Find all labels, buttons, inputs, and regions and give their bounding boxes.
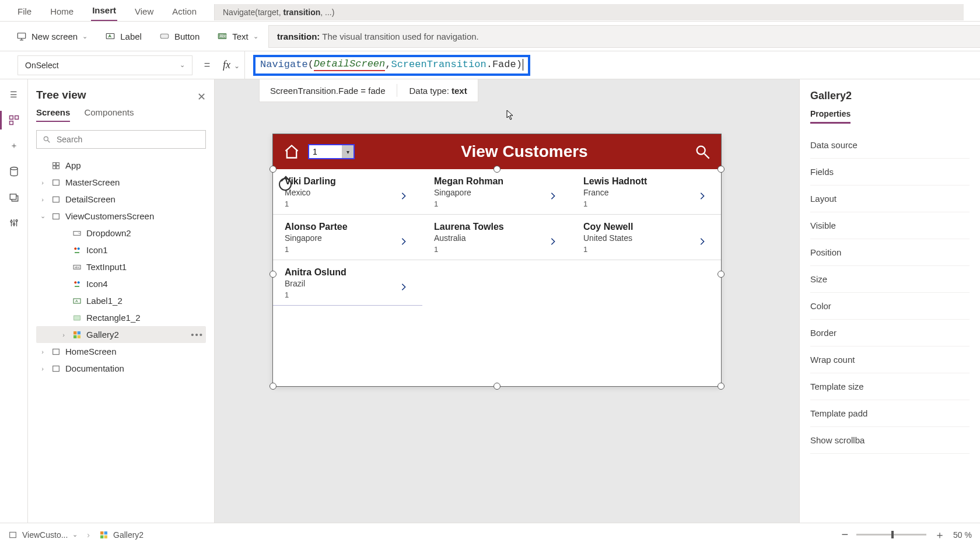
chevron-right-icon[interactable] <box>399 189 408 205</box>
chevron-right-icon[interactable] <box>698 235 707 250</box>
node-label: Dropdown2 <box>86 228 131 238</box>
gallery-item[interactable]: Coy Newell United States 1 <box>572 215 721 260</box>
search-input[interactable] <box>55 134 200 145</box>
resize-handle[interactable] <box>270 383 276 390</box>
control-icon <box>72 313 82 323</box>
canvas[interactable]: ScreenTransition.Fade = fade Data type: … <box>215 79 799 523</box>
prop-layout[interactable]: Layout <box>810 186 970 212</box>
fx-icon[interactable]: fx <box>218 59 244 71</box>
gallery-item[interactable]: Alonso Partee Singapore 1 <box>273 215 422 260</box>
prop-size[interactable]: Size <box>810 266 970 293</box>
menu-file[interactable]: File <box>16 4 33 21</box>
rail-tree-icon[interactable] <box>7 113 21 127</box>
gallery-item[interactable]: Viki Darling Mexico 1 <box>273 169 422 215</box>
node-label: Icon4 <box>86 279 108 289</box>
more-icon[interactable]: ••• <box>191 330 204 340</box>
prop-position[interactable]: Position <box>810 239 970 266</box>
prop-show-scrollba[interactable]: Show scrollba <box>810 427 970 454</box>
gallery-item[interactable]: Laurena Towles Australia 1 <box>422 215 572 260</box>
node-documentation[interactable]: › Documentation <box>36 360 206 377</box>
node-app[interactable]: App <box>36 157 206 174</box>
chevron-down-icon: ⌄ <box>253 33 258 40</box>
rail-data-icon[interactable] <box>7 164 21 178</box>
tree-search[interactable] <box>36 130 206 149</box>
prop-border[interactable]: Border <box>810 320 970 346</box>
node-detailscreen[interactable]: › DetailScreen <box>36 191 206 208</box>
breadcrumb-control[interactable]: Gallery2 <box>99 530 144 540</box>
device-frame[interactable]: ▾ View Customers Viki Darling Mexico 1 M… <box>273 134 721 386</box>
prop-template-size[interactable]: Template size <box>810 373 970 400</box>
node-masterscreen[interactable]: › MasterScreen <box>36 174 206 191</box>
node-homescreen[interactable]: › HomeScreen <box>36 343 206 360</box>
svg-rect-21 <box>57 162 60 165</box>
prop-color[interactable]: Color <box>810 293 970 320</box>
gallery[interactable]: Viki Darling Mexico 1 Megan Rohman Singa… <box>273 169 721 306</box>
node-dropdown2[interactable]: Dropdown2 <box>36 225 206 242</box>
breadcrumb-screen[interactable]: ViewCusto... ⌄ <box>8 530 78 540</box>
prop-data-source[interactable]: Data source <box>810 132 970 159</box>
prop-template-padd[interactable]: Template padd <box>810 400 970 427</box>
resize-handle[interactable] <box>494 383 501 390</box>
button-button[interactable]: Button <box>159 31 200 41</box>
chevron-right-icon[interactable] <box>548 235 558 250</box>
search-icon <box>43 135 51 144</box>
new-screen-button[interactable]: New screen ⌄ <box>16 31 88 41</box>
chevron-down-icon[interactable]: ▾ <box>342 145 354 158</box>
rail-insert-icon[interactable]: ＋ <box>7 139 21 153</box>
home-icon[interactable] <box>284 144 300 160</box>
svg-rect-48 <box>104 535 107 538</box>
gallery-item[interactable]: Megan Rohman Singapore 1 <box>422 169 572 215</box>
search-icon[interactable] <box>694 144 710 160</box>
tab-components[interactable]: Components <box>84 107 134 122</box>
chevron-right-icon[interactable] <box>698 189 707 205</box>
resize-handle[interactable] <box>718 166 724 173</box>
menu-view[interactable]: View <box>134 4 155 21</box>
chevron-right-icon[interactable] <box>399 235 408 250</box>
close-tree-button[interactable]: ✕ <box>197 90 206 103</box>
prop-fields[interactable]: Fields <box>810 159 970 186</box>
zoom-thumb[interactable] <box>891 531 894 538</box>
node-icon4[interactable]: Icon4 <box>36 275 206 292</box>
gallery-item[interactable]: Lewis Hadnott France 1 <box>572 169 721 215</box>
zoom-slider[interactable] <box>856 534 926 536</box>
property-selector[interactable]: OnSelect ⌄ <box>18 55 192 75</box>
node-icon1[interactable]: Icon1 <box>36 242 206 258</box>
node-rectangle1_2[interactable]: Rectangle1_2 <box>36 309 206 326</box>
rail-hamburger[interactable]: ☰ <box>7 88 21 102</box>
control-icon <box>72 229 82 238</box>
control-icon: abc <box>72 262 82 272</box>
label-button[interactable]: Label <box>105 31 142 41</box>
zoom-in-button[interactable]: ＋ <box>935 528 945 542</box>
header-dropdown[interactable]: ▾ <box>308 144 355 159</box>
tab-screens[interactable]: Screens <box>36 107 70 122</box>
node-label1_2[interactable]: Label1_2 <box>36 292 206 309</box>
node-textinput1[interactable]: abcTextInput1 <box>36 258 206 275</box>
menu-insert[interactable]: Insert <box>91 3 117 22</box>
prop-visible[interactable]: Visible <box>810 212 970 239</box>
prop-wrap-count[interactable]: Wrap count <box>810 346 970 373</box>
resize-handle[interactable] <box>270 166 276 173</box>
svg-rect-37 <box>78 331 80 334</box>
gallery-item[interactable]: Anitra Oslund Brazil 1 <box>273 260 422 306</box>
chevron-right-icon[interactable] <box>399 280 408 296</box>
chevron-right-icon[interactable] <box>548 189 558 205</box>
sig-suffix: , ...) <box>320 8 334 17</box>
resize-handle[interactable] <box>270 271 276 278</box>
formula-input[interactable]: Navigate(DetailScreen, ScreenTransition.… <box>244 51 980 79</box>
resize-handle[interactable] <box>494 166 501 173</box>
rail-media-icon[interactable] <box>7 190 21 204</box>
node-viewcustomersscreen[interactable]: ⌄ ViewCustomersScreen <box>36 208 206 225</box>
node-gallery2[interactable]: ›Gallery2••• <box>36 326 206 343</box>
text-button[interactable]: Abc Text ⌄ <box>217 31 258 41</box>
dropdown-input[interactable] <box>309 146 342 158</box>
rail-advanced-icon[interactable] <box>7 216 21 230</box>
menu-home[interactable]: Home <box>49 4 75 21</box>
tab-properties[interactable]: Properties <box>810 109 850 124</box>
node-label: TextInput1 <box>86 262 127 272</box>
resize-handle[interactable] <box>718 383 724 390</box>
resize-handle[interactable] <box>718 271 724 278</box>
control-icon <box>72 296 82 306</box>
zoom-out-button[interactable]: − <box>841 528 848 541</box>
menu-action[interactable]: Action <box>171 4 198 21</box>
svg-rect-35 <box>74 316 80 320</box>
